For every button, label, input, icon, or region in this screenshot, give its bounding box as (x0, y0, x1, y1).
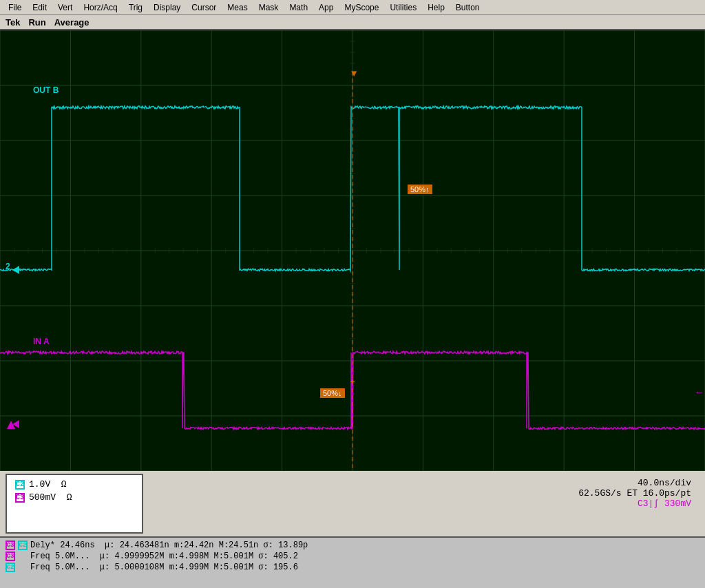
c3-voltage: 500mV (29, 492, 56, 503)
meas-row2-value: 5.0M... (55, 563, 90, 572)
title-bar: Tek Run Average (0, 15, 705, 30)
meas-row0-sigma: σ: 13.89p (264, 540, 308, 550)
trigger-top-arrow: ▼ (351, 68, 357, 79)
menu-utilities[interactable]: Utilities (384, 1, 422, 14)
meas-row1-mu: μ: 4.9999952M (100, 552, 165, 561)
meas-row2-mhigh: M:5.001M (213, 563, 253, 572)
menu-myscope[interactable]: MyScope (339, 1, 384, 14)
c2-ground-marker: 2 (6, 262, 10, 271)
bottom-area: C2 1.0V Ω C3 500mV Ω 40.0ns/div 62.5GS/s… (0, 471, 705, 588)
menu-button[interactable]: Button (450, 1, 485, 14)
menu-help[interactable]: Help (422, 1, 450, 14)
average-label: Average (54, 17, 90, 28)
menu-edit[interactable]: Edit (27, 1, 52, 14)
waveform-canvas (0, 30, 705, 471)
meas-row0-mu: μ: 24.463481n (105, 540, 169, 550)
c2-indicator: C2 (15, 480, 25, 490)
meas-row-0: C3 C2 Dely* 24.46ns μ: 24.463481n m:24.4… (6, 540, 699, 550)
c2-coupling: Ω (61, 479, 67, 490)
channel-c2-label: OUT B (33, 85, 59, 95)
cursor-annotation-50-down: 50%↓ (320, 388, 345, 398)
meas-row0-ch1: C3 (6, 540, 15, 550)
c2-voltage: 1.0V (29, 479, 50, 490)
channel-info-box: C2 1.0V Ω C3 500mV Ω (6, 474, 143, 534)
timebase-settings: 40.0ns/div 62.5GS/s ET 16.0ps/pt C3|∫ 33… (570, 474, 699, 534)
meas-row1-mlow: m:4.998M (169, 552, 209, 561)
c3-ground-marker (6, 419, 17, 432)
c3-coupling: Ω (67, 492, 72, 503)
meas-row2-ch1: C2 (6, 563, 15, 572)
menu-app[interactable]: App (313, 1, 339, 14)
meas-row-2: C2 Freq 5.0M... μ: 5.0000108M m:4.999M M… (6, 563, 699, 572)
meas-row1-param: Freq (30, 552, 50, 561)
menu-file[interactable]: File (3, 1, 27, 14)
channel-settings-row: C2 1.0V Ω C3 500mV Ω 40.0ns/div 62.5GS/s… (0, 471, 705, 536)
meas-row1-sigma: σ: 405.2 (258, 552, 298, 561)
c3-right-marker: ← (697, 387, 702, 398)
c3-settings-row: C3 500mV Ω (15, 492, 134, 503)
c2-settings-row: C2 1.0V Ω (15, 479, 134, 490)
run-mode-label: Run (28, 17, 45, 28)
menu-bar: File Edit Vert Horz/Acq Trig Display Cur… (0, 0, 705, 15)
menu-horz-acq[interactable]: Horz/Acq (78, 1, 123, 14)
cursor-annotation-50-up: 50%↑ (408, 185, 432, 194)
sample-rate: 62.5GS/s ET 16.0ps/pt (578, 488, 691, 498)
menu-trig[interactable]: Trig (123, 1, 148, 14)
brand-label: Tek (6, 17, 20, 28)
timebase-div: 40.0ns/div (578, 478, 691, 488)
meas-row1-ch1: C3 (6, 552, 15, 561)
meas-row0-ch2: C2 (18, 540, 28, 550)
meas-row0-mlow: m:24.42n (174, 540, 214, 550)
meas-row2-mu: μ: 5.0000108M (100, 563, 165, 572)
menu-vert[interactable]: Vert (52, 1, 78, 14)
menu-display[interactable]: Display (148, 1, 186, 14)
svg-marker-0 (7, 421, 15, 429)
meas-row2-mlow: m:4.999M (169, 563, 209, 572)
menu-meas[interactable]: Meas (222, 1, 253, 14)
meas-row2-param: Freq (30, 563, 50, 572)
meas-row0-param: Dely* (30, 540, 55, 550)
oscilloscope-screen: OUT B IN A 2 ← ▼ 50%↑ 50%↓ (0, 30, 705, 471)
meas-row-1: C3 Freq 5.0M... μ: 4.9999952M m:4.998M M… (6, 552, 699, 561)
meas-row1-mhigh: M:5.001M (213, 552, 253, 561)
meas-row0-value: 24.46ns (60, 540, 94, 550)
c3-indicator: C3 (15, 493, 25, 503)
menu-cursor[interactable]: Cursor (186, 1, 222, 14)
meas-row1-value: 5.0M... (55, 552, 90, 561)
meas-row0-mhigh: M:24.51n (219, 540, 259, 550)
menu-math[interactable]: Math (284, 1, 313, 14)
meas-row2-sigma: σ: 195.6 (258, 563, 298, 572)
measurements-bar: C3 C2 Dely* 24.46ns μ: 24.463481n m:24.4… (0, 536, 705, 588)
channel-c3-label: IN A (33, 337, 50, 346)
trigger-label: C3|∫ 330mV (578, 498, 691, 509)
menu-mask[interactable]: Mask (253, 1, 284, 14)
